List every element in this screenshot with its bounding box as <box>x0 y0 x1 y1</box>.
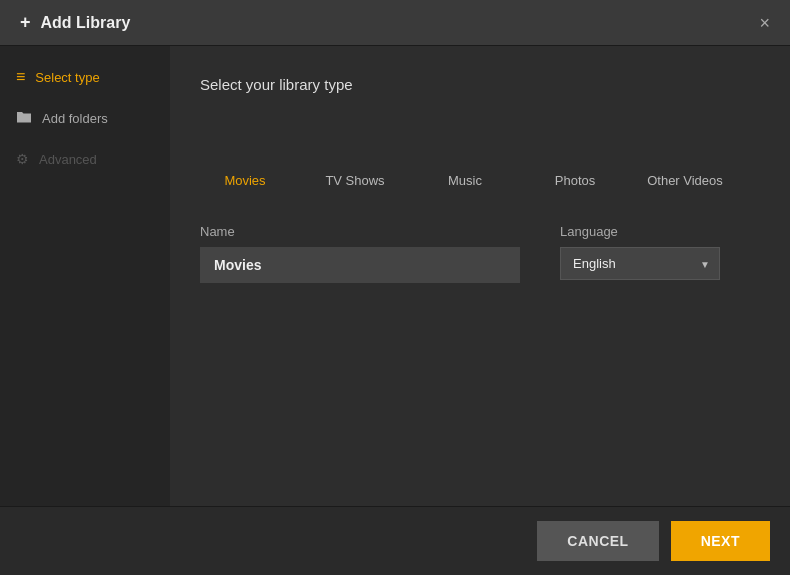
library-type-label: Music <box>448 173 482 188</box>
library-type-selector: Movies TV Shows <box>200 121 760 188</box>
language-label: Language <box>560 224 720 239</box>
name-form-group: Name <box>200 224 520 283</box>
dialog-title: Add Library <box>41 14 131 32</box>
language-select[interactable]: English French German Spanish Italian Ja… <box>560 247 720 280</box>
library-type-label: Photos <box>555 173 595 188</box>
dialog-content: ≡ Select type Add folders ⚙ Advanced Sel… <box>0 46 790 506</box>
main-panel: Select your library type <box>170 46 790 506</box>
next-button[interactable]: NEXT <box>671 521 770 561</box>
sidebar-item-advanced: ⚙ Advanced <box>0 139 170 179</box>
list-icon: ≡ <box>16 68 25 86</box>
library-type-other-videos[interactable]: Other Videos <box>640 121 730 188</box>
name-input[interactable] <box>200 247 520 283</box>
add-icon: + <box>20 12 31 33</box>
library-type-label: Other Videos <box>647 173 723 188</box>
dialog-footer: CANCEL NEXT <box>0 506 790 575</box>
title-bar: + Add Library × <box>0 0 790 46</box>
library-type-music[interactable]: Music <box>420 121 510 188</box>
sidebar-item-select-type[interactable]: ≡ Select type <box>0 56 170 98</box>
title-bar-left: + Add Library <box>20 12 130 33</box>
gear-icon: ⚙ <box>16 151 29 167</box>
add-library-dialog: + Add Library × ≡ Select type Add folder… <box>0 0 790 575</box>
language-form-group: Language English French German Spanish I… <box>560 224 720 280</box>
library-type-tv-shows[interactable]: TV Shows <box>310 121 400 188</box>
language-select-wrapper: English French German Spanish Italian Ja… <box>560 247 720 280</box>
library-form: Name Language English French German Span… <box>200 224 760 283</box>
sidebar-item-label: Select type <box>35 70 99 85</box>
library-type-label: TV Shows <box>325 173 384 188</box>
cancel-button[interactable]: CANCEL <box>537 521 658 561</box>
sidebar-item-add-folders[interactable]: Add folders <box>0 98 170 139</box>
sidebar: ≡ Select type Add folders ⚙ Advanced <box>0 46 170 506</box>
panel-title: Select your library type <box>200 76 760 93</box>
folder-icon <box>16 110 32 127</box>
library-type-movies[interactable]: Movies <box>200 121 290 188</box>
library-type-photos[interactable]: Photos <box>530 121 620 188</box>
sidebar-item-label: Add folders <box>42 111 108 126</box>
close-button[interactable]: × <box>759 14 770 32</box>
name-label: Name <box>200 224 520 239</box>
sidebar-item-label: Advanced <box>39 152 97 167</box>
library-type-label: Movies <box>224 173 265 188</box>
